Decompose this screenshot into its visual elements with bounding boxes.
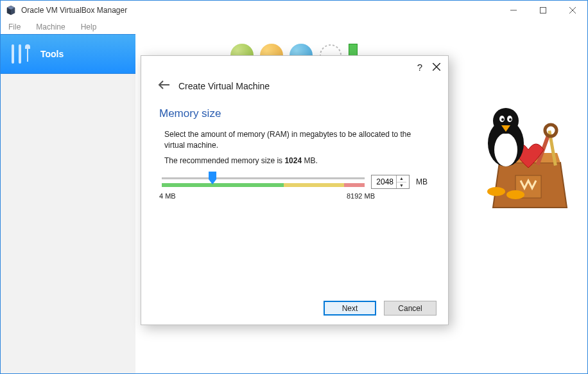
back-icon[interactable]	[158, 80, 169, 92]
dialog-title: Memory size	[159, 107, 430, 120]
svg-rect-9	[19, 44, 21, 64]
menu-help[interactable]: Help	[77, 21, 101, 33]
minimize-button[interactable]	[499, 1, 528, 20]
memory-unit: MB	[416, 177, 428, 186]
cancel-button[interactable]: Cancel	[384, 301, 437, 316]
svg-rect-8	[12, 44, 14, 64]
window-title: Oracle VM VirtualBox Manager	[21, 6, 499, 15]
slider-min-label: 4 MB	[159, 192, 176, 200]
sidebar-item-tools[interactable]: Tools	[1, 34, 135, 74]
dialog-close-icon[interactable]	[433, 62, 440, 73]
slider-range-labels: 4 MB 8192 MB	[159, 192, 430, 200]
svg-point-22	[501, 118, 504, 121]
create-vm-dialog: ? Create Virtual Machine Memory size Sel…	[141, 55, 449, 325]
svg-point-25	[487, 187, 505, 196]
mascot-artwork	[477, 98, 573, 214]
menu-machine[interactable]: Machine	[32, 21, 69, 33]
app-icon	[6, 5, 16, 15]
memory-spinbox[interactable]: ▲ ▼	[371, 175, 410, 189]
maximize-button[interactable]	[528, 1, 558, 20]
dialog-header: Create Virtual Machine	[141, 78, 448, 93]
svg-point-26	[506, 190, 524, 199]
dialog-description: Select the amount of memory (RAM) in meg…	[159, 129, 430, 152]
memory-slider-row: ▲ ▼ MB	[159, 173, 430, 191]
tools-icon	[8, 42, 33, 66]
sidebar: Tools	[1, 34, 135, 373]
menubar: File Machine Help	[1, 20, 587, 34]
spin-up-icon[interactable]: ▲	[397, 175, 406, 183]
svg-marker-30	[209, 172, 216, 184]
spin-down-icon[interactable]: ▼	[397, 183, 406, 189]
titlebar: Oracle VM VirtualBox Manager	[1, 1, 587, 20]
window-controls	[499, 1, 587, 20]
slider-thumb[interactable]	[209, 172, 216, 184]
svg-point-23	[509, 118, 512, 121]
slider-max-label: 8192 MB	[347, 192, 375, 200]
sidebar-item-label: Tools	[40, 49, 64, 59]
main-window: Oracle VM VirtualBox Manager File Machin…	[0, 0, 588, 374]
svg-point-18	[494, 133, 517, 166]
memory-input[interactable]	[372, 175, 396, 188]
recommended-line: The recommended memory size is 1024 MB.	[159, 156, 430, 166]
close-button[interactable]	[558, 1, 587, 20]
next-button[interactable]: Next	[324, 301, 376, 316]
dialog-footer: Next Cancel	[324, 301, 437, 316]
dialog-body: Memory size Select the amount of memory …	[141, 93, 448, 205]
menu-file[interactable]: File	[4, 21, 24, 33]
help-icon[interactable]: ?	[417, 62, 422, 73]
memory-slider[interactable]	[162, 173, 365, 191]
dialog-titlebar: ?	[141, 56, 448, 78]
dialog-breadcrumb: Create Virtual Machine	[178, 81, 270, 91]
svg-rect-5	[540, 8, 546, 13]
